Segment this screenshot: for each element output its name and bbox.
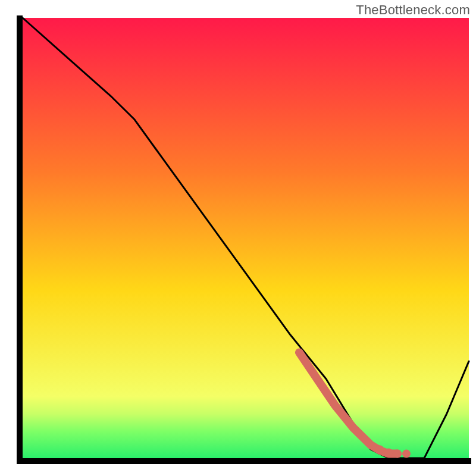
highlight-dot	[402, 450, 411, 458]
highlight-dot	[384, 448, 393, 456]
y-axis	[17, 15, 23, 464]
highlight-dot	[375, 445, 384, 453]
chart-container: TheBottleneck.com	[0, 0, 476, 476]
plot-background	[23, 18, 469, 458]
bottleneck-chart	[0, 0, 476, 476]
watermark-text: TheBottleneck.com	[356, 2, 470, 18]
highlight-dot	[393, 450, 402, 458]
